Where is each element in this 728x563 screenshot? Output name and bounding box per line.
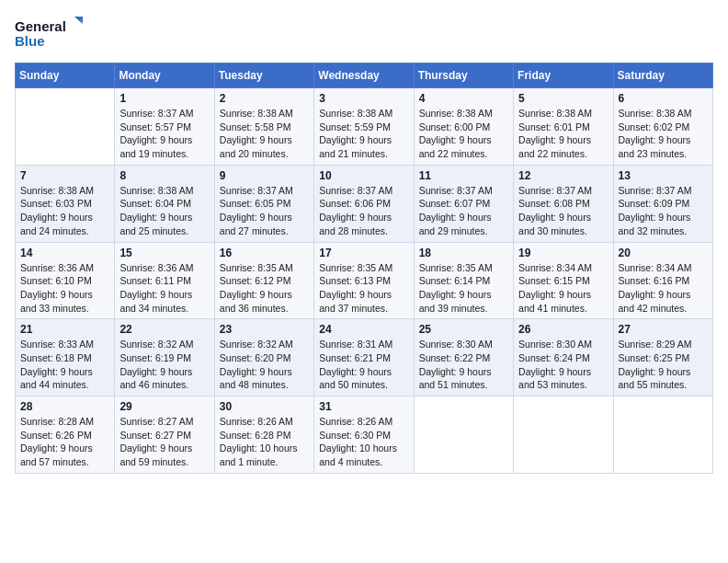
day-number: 25 [419,323,508,336]
day-cell: 21Sunrise: 8:33 AM Sunset: 6:18 PM Dayli… [16,319,115,396]
day-cell [16,88,115,166]
day-cell [414,396,513,474]
col-header-monday: Monday [115,63,214,88]
logo-svg: General Blue [15,15,88,53]
week-row-0: 1Sunrise: 8:37 AM Sunset: 5:57 PM Daylig… [16,88,713,166]
day-info: Sunrise: 8:35 AM Sunset: 6:12 PM Dayligh… [220,261,309,316]
day-info: Sunrise: 8:37 AM Sunset: 6:05 PM Dayligh… [220,184,309,238]
day-cell: 16Sunrise: 8:35 AM Sunset: 6:12 PM Dayli… [214,242,313,319]
day-number: 4 [419,92,508,105]
day-info: Sunrise: 8:26 AM Sunset: 6:28 PM Dayligh… [220,415,309,469]
week-row-3: 21Sunrise: 8:33 AM Sunset: 6:18 PM Dayli… [16,319,713,396]
svg-text:Blue: Blue [15,33,45,49]
day-info: Sunrise: 8:35 AM Sunset: 6:14 PM Dayligh… [419,261,508,316]
day-cell: 18Sunrise: 8:35 AM Sunset: 6:14 PM Dayli… [414,242,513,319]
header-row: SundayMondayTuesdayWednesdayThursdayFrid… [16,63,713,88]
day-number: 30 [220,400,309,413]
day-cell: 15Sunrise: 8:36 AM Sunset: 6:11 PM Dayli… [115,242,214,319]
day-info: Sunrise: 8:38 AM Sunset: 6:04 PM Dayligh… [119,184,209,238]
day-info: Sunrise: 8:38 AM Sunset: 6:03 PM Dayligh… [20,184,109,238]
week-row-1: 7Sunrise: 8:38 AM Sunset: 6:03 PM Daylig… [16,165,713,242]
day-info: Sunrise: 8:36 AM Sunset: 6:10 PM Dayligh… [20,261,109,316]
day-info: Sunrise: 8:32 AM Sunset: 6:19 PM Dayligh… [119,338,209,392]
day-number: 27 [619,323,708,336]
day-cell: 14Sunrise: 8:36 AM Sunset: 6:10 PM Dayli… [16,242,115,319]
day-info: Sunrise: 8:37 AM Sunset: 5:57 PM Dayligh… [119,107,209,161]
day-cell: 22Sunrise: 8:32 AM Sunset: 6:19 PM Dayli… [115,319,214,396]
day-number: 28 [20,400,109,413]
col-header-sunday: Sunday [16,63,115,88]
day-cell: 20Sunrise: 8:34 AM Sunset: 6:16 PM Dayli… [613,242,712,319]
day-number: 14 [20,247,109,259]
day-cell: 30Sunrise: 8:26 AM Sunset: 6:28 PM Dayli… [214,396,313,474]
day-number: 31 [319,400,408,413]
day-number: 18 [419,247,508,259]
day-info: Sunrise: 8:38 AM Sunset: 6:02 PM Dayligh… [619,107,708,161]
day-number: 1 [119,92,209,105]
logo: General Blue [15,15,88,53]
day-number: 12 [518,169,608,182]
day-cell: 28Sunrise: 8:28 AM Sunset: 6:26 PM Dayli… [16,396,115,474]
day-cell [514,396,613,474]
day-info: Sunrise: 8:34 AM Sunset: 6:15 PM Dayligh… [518,261,608,316]
day-number: 16 [220,247,309,259]
day-info: Sunrise: 8:38 AM Sunset: 5:58 PM Dayligh… [220,107,309,161]
day-number: 17 [319,247,408,259]
day-number: 21 [20,323,109,336]
day-cell: 9Sunrise: 8:37 AM Sunset: 6:05 PM Daylig… [214,165,313,242]
day-info: Sunrise: 8:32 AM Sunset: 6:20 PM Dayligh… [220,338,309,392]
day-cell: 26Sunrise: 8:30 AM Sunset: 6:24 PM Dayli… [514,319,613,396]
day-cell: 5Sunrise: 8:38 AM Sunset: 6:01 PM Daylig… [514,88,613,166]
day-cell: 17Sunrise: 8:35 AM Sunset: 6:13 PM Dayli… [314,242,414,319]
day-number: 15 [119,247,209,259]
day-info: Sunrise: 8:28 AM Sunset: 6:26 PM Dayligh… [20,415,109,469]
col-header-tuesday: Tuesday [214,63,313,88]
day-cell: 10Sunrise: 8:37 AM Sunset: 6:06 PM Dayli… [314,165,414,242]
page: General Blue SundayMondayTuesdayWednesda… [0,0,728,563]
day-info: Sunrise: 8:37 AM Sunset: 6:09 PM Dayligh… [619,184,708,238]
col-header-friday: Friday [514,63,613,88]
day-info: Sunrise: 8:26 AM Sunset: 6:30 PM Dayligh… [319,415,408,469]
day-cell: 31Sunrise: 8:26 AM Sunset: 6:30 PM Dayli… [314,396,414,474]
day-info: Sunrise: 8:31 AM Sunset: 6:21 PM Dayligh… [319,338,408,392]
day-cell: 12Sunrise: 8:37 AM Sunset: 6:08 PM Dayli… [514,165,613,242]
day-number: 22 [119,323,209,336]
day-cell: 27Sunrise: 8:29 AM Sunset: 6:25 PM Dayli… [613,319,712,396]
day-number: 10 [319,169,408,182]
day-info: Sunrise: 8:29 AM Sunset: 6:25 PM Dayligh… [619,338,708,392]
day-info: Sunrise: 8:37 AM Sunset: 6:08 PM Dayligh… [518,184,608,238]
day-number: 3 [319,92,408,105]
day-number: 5 [518,92,608,105]
day-cell: 11Sunrise: 8:37 AM Sunset: 6:07 PM Dayli… [414,165,513,242]
day-number: 20 [619,247,708,259]
day-cell: 3Sunrise: 8:38 AM Sunset: 5:59 PM Daylig… [314,88,414,166]
day-cell: 23Sunrise: 8:32 AM Sunset: 6:20 PM Dayli… [214,319,313,396]
day-cell: 8Sunrise: 8:38 AM Sunset: 6:04 PM Daylig… [115,165,214,242]
day-info: Sunrise: 8:38 AM Sunset: 6:01 PM Dayligh… [518,107,608,161]
day-number: 11 [419,169,508,182]
calendar-table: SundayMondayTuesdayWednesdayThursdayFrid… [15,63,713,474]
day-info: Sunrise: 8:35 AM Sunset: 6:13 PM Dayligh… [319,261,408,316]
day-info: Sunrise: 8:30 AM Sunset: 6:24 PM Dayligh… [518,338,608,392]
day-info: Sunrise: 8:33 AM Sunset: 6:18 PM Dayligh… [20,338,109,392]
col-header-saturday: Saturday [613,63,712,88]
day-cell: 7Sunrise: 8:38 AM Sunset: 6:03 PM Daylig… [16,165,115,242]
day-cell: 1Sunrise: 8:37 AM Sunset: 5:57 PM Daylig… [115,88,214,166]
day-cell: 19Sunrise: 8:34 AM Sunset: 6:15 PM Dayli… [514,242,613,319]
day-number: 29 [119,400,209,413]
day-info: Sunrise: 8:38 AM Sunset: 5:59 PM Dayligh… [319,107,408,161]
day-info: Sunrise: 8:34 AM Sunset: 6:16 PM Dayligh… [619,261,708,316]
day-number: 26 [518,323,608,336]
day-cell: 4Sunrise: 8:38 AM Sunset: 6:00 PM Daylig… [414,88,513,166]
day-number: 9 [220,169,309,182]
header: General Blue [15,15,713,53]
day-info: Sunrise: 8:30 AM Sunset: 6:22 PM Dayligh… [419,338,508,392]
svg-text:General: General [15,18,66,34]
day-info: Sunrise: 8:38 AM Sunset: 6:00 PM Dayligh… [419,107,508,161]
day-cell: 29Sunrise: 8:27 AM Sunset: 6:27 PM Dayli… [115,396,214,474]
day-number: 24 [319,323,408,336]
col-header-thursday: Thursday [414,63,513,88]
day-number: 6 [619,92,708,105]
day-info: Sunrise: 8:27 AM Sunset: 6:27 PM Dayligh… [119,415,209,469]
week-row-2: 14Sunrise: 8:36 AM Sunset: 6:10 PM Dayli… [16,242,713,319]
